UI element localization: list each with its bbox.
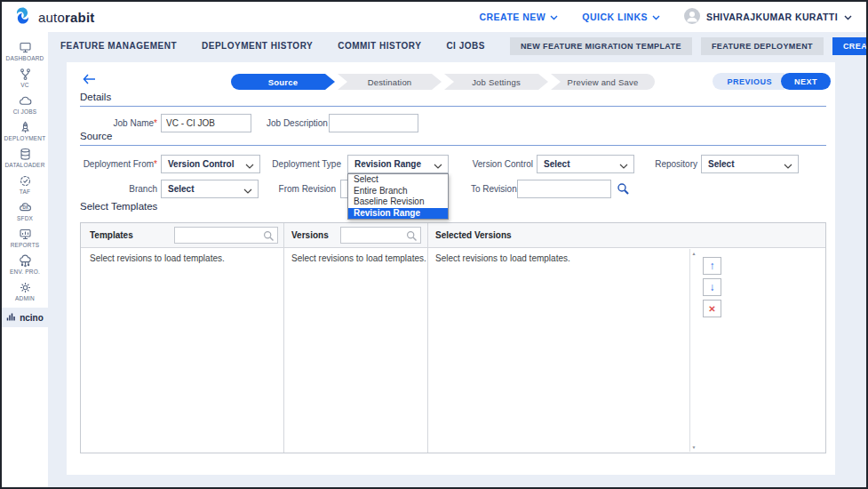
chevron-down-icon (434, 162, 442, 172)
versions-empty-message: Select revisions to load templates. (291, 253, 426, 263)
move-down-button[interactable]: ↓ (703, 278, 721, 296)
to-revision-label: To Revision (471, 180, 514, 198)
sidebar-item-taf[interactable]: TAF (2, 171, 48, 197)
chevron-down-icon (550, 12, 558, 22)
create-new-label: CREATE NEW (479, 12, 545, 22)
deployment-type-dropdown: Select Entire Branch Baseline Revision R… (347, 173, 449, 220)
ncino-logo[interactable]: ncino (2, 308, 48, 327)
sidebar-item-dataloader[interactable]: DATALOADER (2, 144, 48, 171)
version-control-branch-icon (19, 68, 32, 81)
quick-links-label: QUICK LINKS (582, 12, 648, 22)
create-ci-job-card: Source Destination Job Settings Preview … (67, 62, 835, 475)
selected-versions-scrollbar[interactable]: ▲ ▼ (689, 249, 697, 452)
repository-label: Repository (649, 155, 697, 173)
remove-x-icon: ✕ (708, 304, 715, 314)
create-ci-job-button[interactable]: CREATE CI JOB (832, 37, 868, 55)
column-divider (283, 223, 284, 453)
selected-versions-empty-message: Select revisions to load templates. (435, 253, 570, 263)
next-button[interactable]: NEXT (781, 73, 831, 90)
select-templates-heading: Select Templates (80, 201, 157, 212)
module-tabbar: FEATURE MANAGEMENT DEPLOYMENT HISTORY CO… (48, 32, 866, 60)
column-divider (427, 223, 428, 453)
quick-links-menu[interactable]: QUICK LINKS (582, 12, 660, 22)
sidebar-item-reports[interactable]: REPORTS (2, 224, 48, 251)
arrow-up-icon: ↑ (710, 260, 715, 272)
to-revision-input[interactable] (517, 180, 611, 198)
branch-select[interactable]: Select (161, 180, 259, 198)
templates-search-input[interactable] (175, 228, 263, 243)
job-description-label: Job Description (267, 114, 325, 132)
user-name: SHIVARAJKUMAR KURATTI (706, 12, 838, 22)
chevron-down-icon (652, 12, 660, 22)
sidebar-item-deployment[interactable]: DEPLOYMENT (2, 117, 48, 144)
versions-search-input[interactable] (341, 228, 406, 243)
tab-ci-jobs[interactable]: CI JOBS (446, 41, 485, 51)
sidebar-item-vc[interactable]: VC (2, 64, 48, 91)
templates-empty-message: Select revisions to load templates. (90, 253, 225, 263)
database-icon (19, 148, 32, 161)
wizard-step-destination[interactable]: Destination (338, 74, 442, 90)
autorabit-logo[interactable]: autorabit (2, 6, 95, 28)
version-control-label: Version Control (471, 155, 533, 173)
tab-deployment-history[interactable]: DEPLOYMENT HISTORY (202, 41, 313, 51)
dropdown-option-select[interactable]: Select (348, 174, 448, 186)
deployment-type-select[interactable]: Revision Range (347, 155, 449, 173)
branch-label: Branch (67, 180, 157, 198)
versions-search (340, 227, 421, 244)
repository-select[interactable]: Select (701, 155, 799, 173)
gear-check-icon (19, 174, 32, 188)
wizard-step-source[interactable]: Source (231, 74, 335, 90)
svg-text:DX: DX (22, 205, 28, 210)
autorabit-logo-icon (13, 6, 32, 28)
dropdown-option-revision-range[interactable]: Revision Range (348, 208, 448, 220)
search-icon[interactable] (263, 230, 275, 242)
arrow-down-icon: ↓ (710, 281, 715, 293)
reports-icon (19, 228, 32, 241)
user-menu[interactable]: SHIVARAJKUMAR KURATTI (684, 8, 852, 26)
wizard-step-preview-and-save[interactable]: Preview and Save (551, 74, 655, 90)
search-icon[interactable] (406, 230, 418, 242)
versions-column-title: Versions (291, 230, 329, 240)
deployment-from-select[interactable]: Version Control (161, 155, 260, 173)
details-divider (80, 106, 826, 107)
tab-feature-management[interactable]: FEATURE MANAGEMENT (60, 41, 177, 51)
job-description-input[interactable] (329, 114, 418, 132)
left-sidebar: DASHBOARD VC CI JOBS DEPLOYMENT DATALOAD… (2, 32, 48, 473)
tab-commit-history[interactable]: COMMIT HISTORY (338, 41, 421, 51)
previous-button[interactable]: PREVIOUS (713, 73, 784, 90)
feature-deployment-button[interactable]: FEATURE DEPLOYMENT (701, 37, 824, 55)
templates-search (174, 227, 278, 244)
sidebar-item-dashboard[interactable]: DASHBOARD (2, 37, 48, 64)
cloud-dx-icon: DX (19, 201, 32, 214)
details-heading: Details (80, 92, 111, 102)
back-arrow-icon[interactable] (83, 72, 96, 88)
wizard-steps: Source Destination Job Settings Preview … (231, 74, 655, 90)
wizard-nav: PREVIOUS NEXT (713, 73, 831, 90)
move-up-button[interactable]: ↑ (703, 257, 721, 275)
cloud-icon (19, 94, 32, 108)
dropdown-option-baseline-revision[interactable]: Baseline Revision (348, 196, 448, 208)
remove-button[interactable]: ✕ (703, 300, 721, 317)
chevron-down-icon (784, 162, 792, 172)
new-feature-migration-template-button[interactable]: NEW FEATURE MIGRATION TEMPLATE (510, 37, 692, 55)
job-name-input[interactable] (161, 114, 251, 132)
to-revision-search-icon[interactable] (617, 182, 630, 199)
sidebar-item-admin[interactable]: ADMIN (2, 277, 48, 304)
app-window: autorabit CREATE NEW QUICK LINKS SHIVARA… (0, 0, 868, 489)
avatar (684, 8, 700, 26)
templates-column-title: Templates (90, 230, 133, 240)
scrollbar-up-icon[interactable]: ▲ (690, 251, 697, 256)
scrollbar-down-icon[interactable]: ▼ (690, 445, 697, 450)
sidebar-item-sfdx[interactable]: DX SFDX (2, 197, 48, 224)
deployment-type-label: Deployment Type (267, 155, 341, 173)
sidebar-item-env-pro[interactable]: ENV. PRO. (2, 251, 48, 277)
dashboard-icon (19, 41, 32, 54)
create-new-menu[interactable]: CREATE NEW (479, 12, 558, 22)
from-revision-label: From Revision (275, 180, 336, 198)
sidebar-item-ci-jobs[interactable]: CI JOBS (2, 91, 48, 117)
version-control-select[interactable]: Select (537, 155, 634, 173)
main-workspace: FEATURE MANAGEMENT DEPLOYMENT HISTORY CO… (48, 32, 866, 487)
gear-icon (19, 281, 32, 294)
dropdown-option-entire-branch[interactable]: Entire Branch (348, 186, 448, 197)
wizard-step-job-settings[interactable]: Job Settings (444, 74, 548, 90)
